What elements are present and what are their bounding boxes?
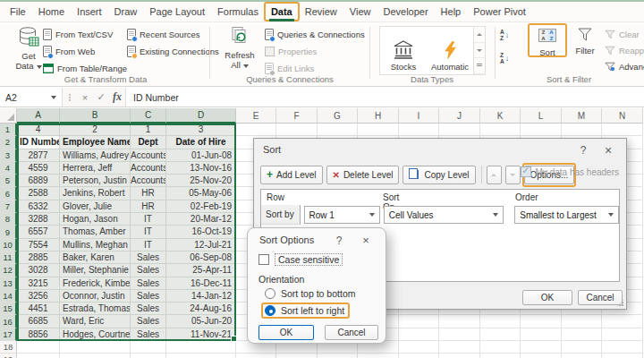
cell[interactable]: Williams, Audrey [60, 149, 131, 162]
row-header-18[interactable]: 18 [0, 341, 17, 354]
cell[interactable] [562, 328, 602, 341]
cell[interactable]: Ward, Eric [60, 315, 131, 328]
help-icon[interactable]: ? [330, 233, 348, 248]
cell[interactable]: 02-Feb-19 [166, 200, 236, 213]
cell[interactable] [562, 341, 602, 354]
cell[interactable]: 14-Jan-12 [166, 290, 236, 303]
cell[interactable] [358, 354, 399, 358]
row-header-14[interactable]: 14 [0, 290, 17, 303]
cell[interactable]: Baker, Karen [60, 251, 131, 264]
queries-connections-button[interactable]: Queries & Connections [265, 28, 365, 41]
cancel-entry-icon[interactable]: × [77, 88, 93, 107]
cell[interactable]: Employee Name [60, 136, 131, 149]
cell[interactable] [166, 354, 236, 358]
cell[interactable]: IT [131, 239, 166, 251]
cell[interactable]: IT [131, 213, 166, 226]
reapply-filter-button[interactable]: Reapply [605, 44, 644, 57]
column-header-C[interactable]: C [131, 108, 166, 124]
column-header-D[interactable]: D [166, 108, 236, 124]
cell[interactable] [521, 341, 562, 354]
menu-tab-home[interactable]: Home [32, 2, 71, 21]
properties-button[interactable]: Properties [265, 45, 317, 58]
sort-options-cancel-button[interactable]: Cancel [325, 325, 378, 340]
name-box[interactable]: A2 [0, 88, 63, 107]
insert-function-icon[interactable]: fx [109, 88, 125, 107]
sort-by-row-dropdown[interactable]: Row 1 [304, 206, 380, 224]
existing-connections-button[interactable]: Existing Connections [127, 45, 219, 58]
close-icon[interactable]: × [357, 233, 375, 248]
cell[interactable]: 11-Nov-21 [166, 328, 236, 341]
cell[interactable]: Thomas, Amber [60, 226, 131, 238]
cell[interactable] [480, 315, 521, 328]
cell[interactable] [399, 315, 439, 328]
cell[interactable] [399, 328, 439, 341]
cell[interactable] [439, 354, 480, 358]
cell[interactable]: 06-Sep-08 [166, 251, 236, 264]
cell[interactable] [399, 124, 439, 136]
cell[interactable] [480, 341, 521, 354]
order-dropdown[interactable]: Smallest to Largest [514, 206, 619, 224]
cell[interactable] [399, 341, 439, 354]
cell[interactable]: HR [131, 187, 166, 200]
row-header-13[interactable]: 13 [0, 277, 17, 290]
cell[interactable]: 7554 [17, 239, 60, 251]
move-down-button[interactable] [505, 166, 521, 184]
row-header-11[interactable]: 11 [0, 251, 17, 264]
column-header-B[interactable]: B [60, 108, 131, 124]
cell[interactable]: 25-Nov-20 [166, 175, 236, 187]
cell[interactable]: Accounts [131, 149, 166, 162]
column-header-E[interactable]: E [236, 108, 276, 124]
row-header-2[interactable]: 2 [0, 136, 17, 149]
cell[interactable] [521, 315, 562, 328]
cell[interactable] [602, 328, 643, 341]
cell[interactable]: Sales [131, 303, 166, 315]
column-header-L[interactable]: L [521, 108, 562, 124]
cell[interactable]: Frederick, Kimberly [60, 277, 131, 290]
column-header-J[interactable]: J [439, 108, 480, 124]
cell[interactable]: 2 [60, 124, 131, 136]
cell[interactable]: 8856 [17, 328, 60, 341]
clear-filter-button[interactable]: Clear [605, 28, 640, 41]
menu-tab-formulas[interactable]: Formulas [211, 2, 265, 21]
cell[interactable]: Sales [131, 328, 166, 341]
gallery-up-button[interactable] [474, 27, 485, 43]
sort-left-to-right-radio[interactable]: Sort left to right [265, 305, 344, 316]
cell[interactable]: Miller, Stephanie [60, 264, 131, 277]
cell[interactable] [276, 124, 318, 136]
cell[interactable]: 20-Mar-12 [166, 213, 236, 226]
cell[interactable]: Sales [131, 290, 166, 303]
cell[interactable] [17, 354, 60, 358]
cell[interactable] [439, 328, 480, 341]
cell[interactable]: 25-Apr-11 [166, 264, 236, 277]
cell[interactable] [521, 124, 562, 136]
row-header-15[interactable]: 15 [0, 303, 17, 315]
cell[interactable] [602, 341, 643, 354]
copy-level-button[interactable]: Copy Level [402, 166, 475, 184]
row-header-5[interactable]: 5 [0, 175, 17, 187]
cell[interactable]: Dept [131, 136, 166, 149]
cell[interactable]: Peterson, Justin [60, 175, 131, 187]
cell[interactable]: ID Number [17, 136, 60, 149]
menu-tab-data[interactable]: Data [265, 2, 299, 21]
cell[interactable]: Accounts [131, 175, 166, 187]
cell[interactable] [480, 328, 521, 341]
cell[interactable]: 6332 [17, 200, 60, 213]
menu-tab-file[interactable]: File [4, 2, 32, 21]
cell[interactable]: Glover, Julie [60, 200, 131, 213]
cell[interactable]: 2877 [17, 149, 60, 162]
cell[interactable]: Sales [131, 315, 166, 328]
row-header-3[interactable]: 3 [0, 149, 17, 162]
cell[interactable]: 3215 [17, 277, 60, 290]
cell[interactable]: Herrera, Jeff [60, 162, 131, 175]
column-header-M[interactable]: M [562, 108, 602, 124]
case-sensitive-checkbox[interactable]: Case sensitive [258, 253, 343, 266]
column-header-F[interactable]: F [276, 108, 318, 124]
cell[interactable]: 4559 [17, 162, 60, 175]
cell[interactable] [521, 328, 562, 341]
cell[interactable]: Date of Hire [166, 136, 236, 149]
sort-options-ok-button[interactable]: OK [258, 325, 314, 340]
cell[interactable]: IT [131, 226, 166, 238]
recent-sources-button[interactable]: Recent Sources [127, 28, 200, 41]
automatic-data-type[interactable]: Automatic [427, 27, 473, 74]
cell[interactable]: 3288 [17, 213, 60, 226]
